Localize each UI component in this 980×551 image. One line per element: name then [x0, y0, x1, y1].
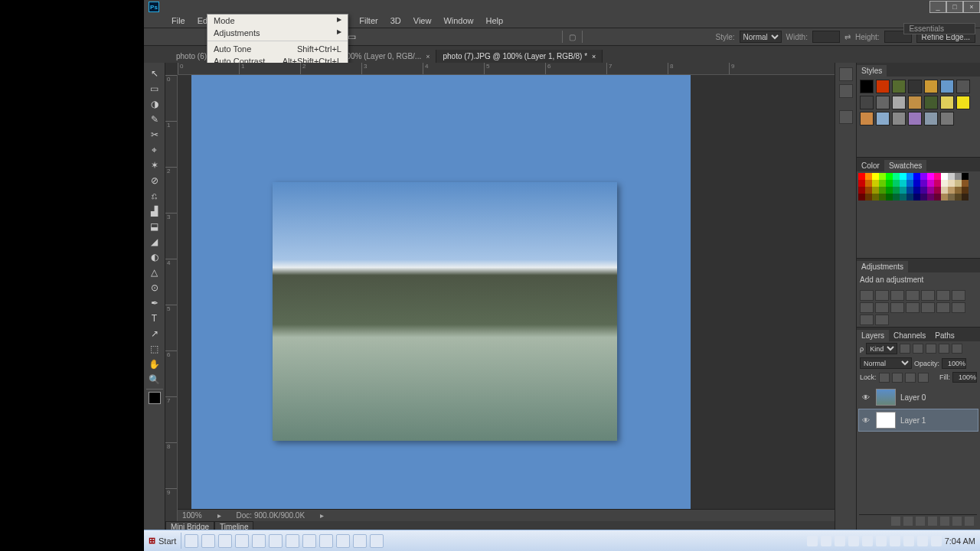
- tray-icon-0[interactable]: [931, 536, 942, 546]
- tool-7[interactable]: ⊘: [146, 173, 163, 188]
- lock-trans-icon[interactable]: [879, 373, 890, 383]
- width-input[interactable]: [812, 31, 840, 43]
- color-swatch[interactable]: [893, 173, 900, 180]
- tool-5[interactable]: ⌖: [146, 142, 163, 158]
- color-swatch[interactable]: [858, 187, 865, 194]
- tool-2[interactable]: ◑: [146, 96, 163, 112]
- layers-tab[interactable]: Layers: [857, 330, 889, 341]
- fx-icon[interactable]: [903, 517, 913, 526]
- color-swatch[interactable]: [879, 180, 886, 187]
- filter-smart-icon[interactable]: [952, 344, 962, 354]
- menu-filter[interactable]: Filter: [353, 15, 384, 27]
- color-swatch[interactable]: [893, 180, 900, 187]
- adjustment-preset-0[interactable]: [860, 290, 874, 301]
- tool-9[interactable]: ▟: [146, 204, 163, 219]
- new-layer-icon[interactable]: [952, 517, 962, 526]
- adjustment-preset-6[interactable]: [952, 290, 965, 301]
- style-swatch[interactable]: [908, 112, 922, 126]
- tray-icon-4[interactable]: [876, 536, 887, 546]
- color-swatch[interactable]: [920, 194, 927, 201]
- adjustment-preset-12[interactable]: [936, 302, 950, 313]
- color-swatch[interactable]: [865, 194, 872, 201]
- color-swatch[interactable]: [934, 173, 941, 180]
- group-icon[interactable]: [940, 517, 949, 526]
- color-swatch[interactable]: [886, 180, 893, 187]
- layer-kind-select[interactable]: Kind: [866, 343, 897, 354]
- filter-adjust-icon[interactable]: [913, 344, 923, 354]
- tool-17[interactable]: ↗: [146, 326, 163, 341]
- layer-row[interactable]: 👁Layer 1: [858, 409, 978, 432]
- adjustment-preset-13[interactable]: [952, 302, 965, 313]
- adjustment-preset-14[interactable]: [860, 315, 874, 325]
- color-swatch[interactable]: [858, 180, 865, 187]
- adjustment-preset-4[interactable]: [921, 290, 935, 301]
- color-swatch[interactable]: [948, 173, 955, 180]
- color-swatch[interactable]: [913, 180, 920, 187]
- foreground-color[interactable]: [146, 389, 163, 404]
- adjustment-preset-5[interactable]: [936, 290, 950, 301]
- color-swatch[interactable]: [906, 180, 913, 187]
- color-swatch[interactable]: [906, 173, 913, 180]
- delete-layer-icon[interactable]: [965, 517, 974, 526]
- color-swatch[interactable]: [872, 180, 879, 187]
- tool-16[interactable]: T: [146, 311, 163, 326]
- color-swatch[interactable]: [955, 194, 962, 201]
- color-swatch[interactable]: [927, 187, 934, 194]
- style-swatch[interactable]: [908, 80, 922, 93]
- adjustment-preset-10[interactable]: [906, 302, 920, 313]
- actions-icon[interactable]: [839, 84, 853, 98]
- color-swatch[interactable]: [913, 194, 920, 201]
- close-tab-icon[interactable]: ×: [592, 53, 596, 60]
- style-swatch[interactable]: [892, 96, 906, 109]
- color-swatch[interactable]: [934, 187, 941, 194]
- style-swatch[interactable]: [956, 96, 970, 109]
- style-swatch[interactable]: [908, 96, 922, 109]
- tool-15[interactable]: ✒: [146, 295, 163, 311]
- style-select[interactable]: Normal: [740, 31, 782, 43]
- style-swatch[interactable]: [940, 80, 954, 93]
- filter-shape-icon[interactable]: [939, 344, 949, 354]
- color-swatch[interactable]: [865, 173, 872, 180]
- color-swatch[interactable]: [962, 180, 969, 187]
- color-swatch[interactable]: [879, 194, 886, 201]
- color-swatch[interactable]: [893, 194, 900, 201]
- tool-19[interactable]: ✋: [146, 357, 163, 372]
- lock-all-icon[interactable]: [918, 373, 929, 383]
- menu-view[interactable]: View: [407, 15, 438, 27]
- taskbar-app-3[interactable]: [235, 534, 249, 548]
- style-swatch[interactable]: [924, 112, 938, 126]
- visibility-icon[interactable]: 👁: [862, 393, 871, 402]
- menu-window[interactable]: Window: [437, 15, 479, 27]
- lock-pos-icon[interactable]: [905, 373, 916, 383]
- tool-3[interactable]: ✎: [146, 112, 163, 127]
- canvas-viewport[interactable]: [178, 75, 835, 521]
- style-swatch[interactable]: [876, 80, 890, 93]
- canvas-background[interactable]: [191, 75, 691, 519]
- color-swatch[interactable]: [865, 180, 872, 187]
- close-tab-icon[interactable]: ×: [426, 53, 430, 60]
- color-swatch[interactable]: [858, 194, 865, 201]
- new-selection-icon[interactable]: ▢: [569, 33, 576, 41]
- link-layers-icon[interactable]: [891, 517, 900, 526]
- color-swatch[interactable]: [879, 187, 886, 194]
- maximize-button[interactable]: □: [946, 1, 963, 13]
- tray-icon-2[interactable]: [903, 536, 914, 546]
- taskbar-app-10[interactable]: [353, 534, 367, 548]
- adjustment-preset-7[interactable]: [860, 302, 874, 313]
- color-swatch[interactable]: [962, 194, 969, 201]
- color-swatch[interactable]: [893, 187, 900, 194]
- color-swatch[interactable]: [941, 187, 948, 194]
- color-swatch[interactable]: [955, 180, 962, 187]
- color-tab[interactable]: Color: [857, 160, 884, 171]
- menu-help[interactable]: Help: [480, 15, 510, 27]
- paths-tab[interactable]: Paths: [930, 330, 959, 341]
- color-swatch[interactable]: [872, 194, 879, 201]
- color-swatch[interactable]: [872, 173, 879, 180]
- taskbar-app-11[interactable]: [370, 534, 384, 548]
- color-swatch[interactable]: [865, 187, 872, 194]
- menu-item-auto-tone[interactable]: Auto ToneShift+Ctrl+L: [207, 43, 348, 55]
- color-swatch[interactable]: [934, 194, 941, 201]
- color-swatch[interactable]: [879, 173, 886, 180]
- color-swatch[interactable]: [920, 173, 927, 180]
- menu-item-mode[interactable]: Mode▶: [207, 15, 348, 27]
